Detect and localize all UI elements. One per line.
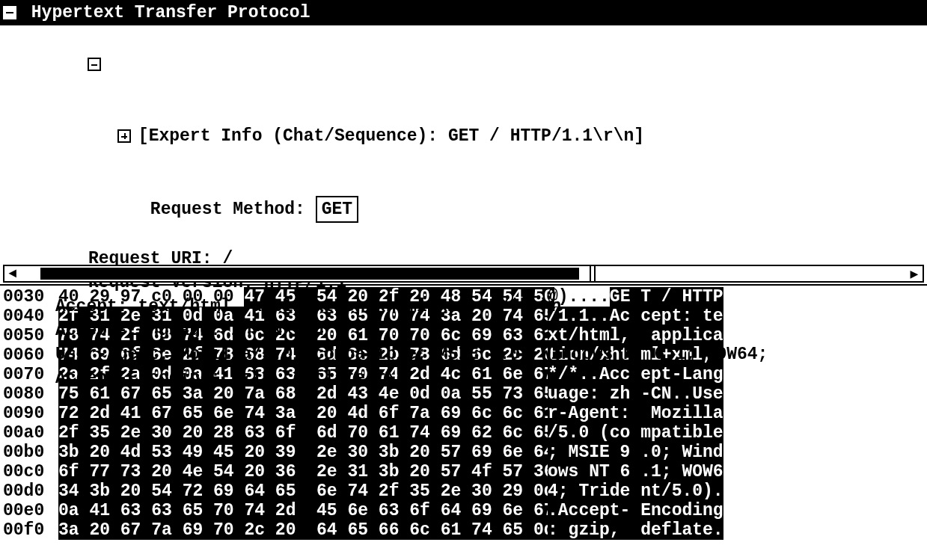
hex-bytes: 3b 20 4d 53 49 45 20 39 2e 30 3b 20 57 6… — [55, 443, 534, 462]
accept-language-line[interactable]: Accept-Language: zh-CN\r\n — [25, 319, 927, 342]
hex-offset: 00c0 — [0, 462, 55, 481]
hex-ascii: ows NT 6 .1; WOW6 — [534, 462, 781, 481]
hex-ascii: : gzip, deflate. — [534, 520, 781, 540]
hex-bytes: 34 3b 20 54 72 69 64 65 6e 74 2f 35 2e 3… — [55, 481, 534, 501]
accept-encoding-line[interactable]: Accept-Encoding: gzip, deflate\r\n — [25, 366, 927, 390]
request-line-group[interactable] — [25, 28, 927, 100]
scroll-track[interactable] — [22, 266, 905, 281]
request-method-line[interactable]: Request Method: GET — [25, 172, 927, 247]
scroll-marker — [590, 266, 596, 281]
hex-row[interactable]: 00c06f 77 73 20 4e 54 20 36 2e 31 3b 20 … — [0, 462, 927, 481]
hex-offset: 00d0 — [0, 481, 55, 501]
expert-info-line[interactable]: [Expert Info (Chat/Sequence): GET / HTTP… — [25, 100, 927, 172]
hex-bytes: 3a 20 67 7a 69 70 2c 20 64 65 66 6c 61 7… — [55, 520, 534, 540]
hex-bytes: 6f 77 73 20 4e 54 20 36 2e 31 3b 20 57 4… — [55, 462, 534, 481]
horizontal-scrollbar[interactable]: ◄ ▶ — [3, 265, 924, 283]
hex-offset: 00f0 — [0, 520, 55, 540]
hex-bytes: 2f 35 2e 30 20 28 63 6f 6d 70 61 74 69 6… — [55, 423, 534, 443]
hex-ascii: r-Agent: Mozilla — [534, 404, 781, 423]
user-agent-line[interactable]: User-Agent: Mozilla/5.0 (compatible; MSI… — [25, 342, 927, 366]
hex-offset: 00b0 — [0, 443, 55, 462]
accept-header-line[interactable]: Accept: text/html, application/xhtml+xml… — [25, 295, 927, 319]
collapse-icon[interactable] — [88, 58, 101, 71]
hex-offset: 00a0 — [0, 423, 55, 443]
protocol-header[interactable]: Hypertext Transfer Protocol — [0, 0, 927, 25]
hex-bytes: 72 2d 41 67 65 6e 74 3a 20 4d 6f 7a 69 6… — [55, 404, 534, 423]
hex-row[interactable]: 00e00a 41 63 63 65 70 74 2d 45 6e 63 6f … — [0, 501, 927, 520]
hex-ascii: .Accept- Encoding — [534, 501, 781, 520]
hex-ascii: 4; Tride nt/5.0). — [534, 481, 781, 501]
scroll-right-icon[interactable]: ▶ — [906, 266, 923, 281]
hex-ascii: ; MSIE 9 .0; Wind — [534, 443, 781, 462]
hex-offset: 0090 — [0, 404, 55, 423]
collapse-icon[interactable] — [3, 6, 16, 19]
method-value: GET — [316, 196, 358, 223]
protocol-title: Hypertext Transfer Protocol — [31, 3, 310, 22]
hex-bytes: 0a 41 63 63 65 70 74 2d 45 6e 63 6f 64 6… — [55, 501, 534, 520]
method-label: Request Method: — [150, 200, 316, 219]
hex-row[interactable]: 00f03a 20 67 7a 69 70 2c 20 64 65 66 6c … — [0, 520, 927, 540]
hex-row[interactable]: 00b03b 20 4d 53 49 45 20 39 2e 30 3b 20 … — [0, 443, 927, 462]
packet-details-pane[interactable]: Hypertext Transfer Protocol [Expert Info… — [0, 0, 927, 284]
hex-offset: 00e0 — [0, 501, 55, 520]
hex-row[interactable]: 00d034 3b 20 54 72 69 64 65 6e 74 2f 35 … — [0, 481, 927, 501]
hex-row[interactable]: 009072 2d 41 67 65 6e 74 3a 20 4d 6f 7a … — [0, 404, 927, 423]
scroll-thumb[interactable] — [40, 268, 579, 280]
expert-info-text: [Expert Info (Chat/Sequence): GET / HTTP… — [138, 126, 644, 146]
hex-row[interactable]: 00a02f 35 2e 30 20 28 63 6f 6d 70 61 74 … — [0, 423, 927, 443]
expand-icon[interactable] — [117, 129, 131, 143]
hex-ascii: /5.0 (co mpatible — [534, 423, 781, 443]
scroll-left-icon[interactable]: ◄ — [4, 266, 21, 281]
